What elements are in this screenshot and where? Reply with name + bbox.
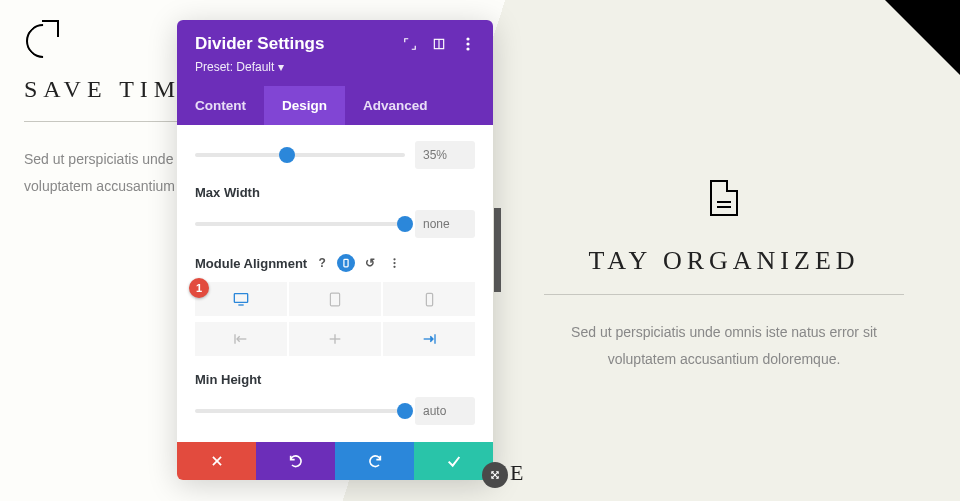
device-desktop[interactable] [195,282,289,316]
modal-body[interactable]: 35% Max Width none Module Alignment ? ↺ … [177,125,493,442]
align-left[interactable] [195,322,289,356]
undo-button[interactable] [256,442,335,480]
modal-header: Divider Settings Preset: Default ▾ [177,20,493,86]
width-slider-thumb[interactable] [279,147,295,163]
reset-icon[interactable]: ↺ [361,254,379,272]
pie-chart-icon [24,18,64,58]
label-max-width: Max Width [195,185,475,200]
options-kebab-icon[interactable] [385,254,403,272]
svg-rect-5 [344,259,348,267]
responsive-icon[interactable] [337,254,355,272]
svg-rect-9 [234,294,247,303]
width-slider[interactable] [195,153,405,157]
svg-point-7 [393,262,395,264]
align-right[interactable] [383,322,475,356]
label-module-alignment-text: Module Alignment [195,256,307,271]
min-height-slider[interactable] [195,409,405,413]
svg-rect-11 [330,293,339,306]
step-badge-1: 1 [189,278,209,298]
svg-point-8 [393,266,395,268]
label-module-alignment: Module Alignment ? ↺ [195,254,475,272]
tab-content[interactable]: Content [177,86,264,125]
svg-point-4 [466,47,469,50]
width-value[interactable]: 35% [415,141,475,169]
max-width-slider-thumb[interactable] [397,216,413,232]
svg-point-3 [466,42,469,45]
redo-button[interactable] [335,442,414,480]
resize-handle[interactable] [482,462,508,488]
kebab-menu-icon[interactable] [460,37,475,52]
max-width-slider[interactable] [195,222,405,226]
label-height: Height [195,441,475,442]
svg-point-2 [466,37,469,40]
cancel-button[interactable] [177,442,256,480]
min-height-slider-thumb[interactable] [397,403,413,419]
help-icon[interactable]: ? [313,254,331,272]
tab-design[interactable]: Design [264,86,345,125]
corner-triangle [885,0,960,75]
svg-rect-12 [426,293,432,306]
tab-advanced[interactable]: Advanced [345,86,446,125]
alignment-selector [195,322,475,356]
device-phone[interactable] [383,282,475,316]
label-min-height: Min Height [195,372,475,387]
max-width-value[interactable]: none [415,210,475,238]
heading-stay-organized: TAY ORGANIZED [544,246,904,295]
modal-tabs: Content Design Advanced [177,86,493,125]
document-icon [710,180,738,216]
preset-selector[interactable]: Preset: Default ▾ [195,58,475,86]
align-center[interactable] [289,322,383,356]
scrollbar-thumb[interactable] [494,208,501,292]
snap-icon[interactable] [431,37,446,52]
device-selector [195,282,475,316]
divider-settings-modal: Divider Settings Preset: Default ▾ Conte… [177,20,493,480]
device-tablet[interactable] [289,282,383,316]
body-text-right: Sed ut perspiciatis unde omnis iste natu… [544,319,904,372]
min-height-value[interactable]: auto [415,397,475,425]
modal-title: Divider Settings [195,34,324,54]
expand-icon[interactable] [402,37,417,52]
modal-footer [177,442,493,480]
svg-point-6 [393,258,395,260]
